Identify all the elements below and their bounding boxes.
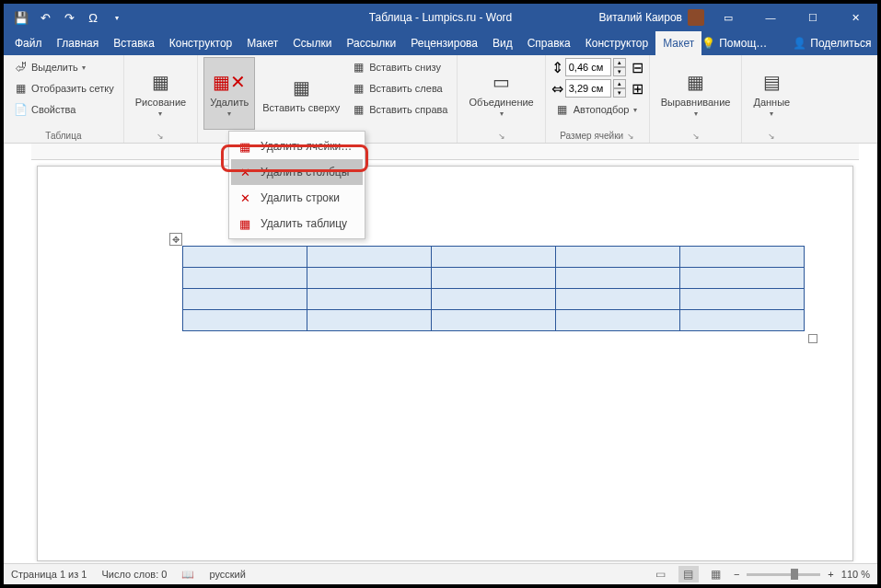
group-align-label: ↘ <box>655 130 736 143</box>
tab-review[interactable]: Рецензирова <box>403 31 485 55</box>
insert-above-button[interactable]: ▦Вставить сверху <box>257 57 345 130</box>
alignment-button[interactable]: ▦Выравнивание▾ <box>655 57 736 130</box>
table-move-handle-icon[interactable]: ✥ <box>169 233 182 246</box>
delete-rows-icon: ✕ <box>237 190 253 206</box>
tell-me-input[interactable]: Помощ… <box>719 37 767 50</box>
group-cell-size-label: Размер ячейки ↘ <box>551 129 643 143</box>
web-layout-icon[interactable]: ▦ <box>706 566 726 582</box>
language[interactable]: русский <box>209 569 245 580</box>
properties-button[interactable]: 📄Свойства <box>9 99 118 120</box>
table-row <box>183 310 805 331</box>
tab-mailings[interactable]: Рассылки <box>339 31 403 55</box>
tab-file[interactable]: Файл <box>7 31 50 55</box>
page[interactable]: ✥ <box>37 166 853 561</box>
share-icon: 👤 <box>793 37 806 50</box>
group-table-label: Таблица <box>9 129 118 143</box>
merge-button[interactable]: ▭Объединение▾ <box>463 57 539 130</box>
tab-table-design[interactable]: Конструктор <box>578 31 655 55</box>
dialog-launcher-icon[interactable]: ↘ <box>156 132 164 141</box>
tab-insert[interactable]: Вставка <box>106 31 162 55</box>
insert-left-button[interactable]: ▦Вставить слева <box>347 78 451 98</box>
status-bar: Страница 1 из 1 Число слов: 0 📖 русский … <box>4 563 877 584</box>
zoom-slider[interactable] <box>747 573 820 576</box>
col-width-input[interactable] <box>565 79 611 98</box>
read-mode-icon[interactable]: ▭ <box>651 566 671 582</box>
table-resize-handle-icon[interactable] <box>808 334 817 343</box>
tab-table-layout[interactable]: Макет <box>655 31 701 55</box>
distribute-cols-icon[interactable]: ⊞ <box>632 80 643 98</box>
delete-cells-item[interactable]: ▦Удалить ячейки… <box>231 133 363 159</box>
delete-columns-icon: ✕ <box>237 164 253 180</box>
delete-table-icon: ▦✕ <box>216 69 242 95</box>
qat-dropdown-icon[interactable]: ▾ <box>107 7 127 28</box>
print-layout-icon[interactable]: ▤ <box>678 566 699 582</box>
undo-icon[interactable]: ↶ <box>35 7 55 28</box>
zoom-in-icon[interactable]: + <box>828 569 833 580</box>
user-name[interactable]: Виталий Каиров <box>598 11 682 24</box>
group-cell-size: ⇕▴▾⊟ ⇔▴▾⊞ ▦Автоподбор ▾ Размер ячейки ↘ <box>546 55 650 143</box>
autofit-icon: ▦ <box>555 102 570 117</box>
delete-dropdown-menu: ▦Удалить ячейки… ✕Удалить столбцы ✕Удали… <box>228 131 365 239</box>
height-spinner[interactable]: ▴▾ <box>613 58 626 76</box>
redo-icon[interactable]: ↷ <box>59 7 79 28</box>
delete-cells-icon: ▦ <box>237 138 253 155</box>
spell-check-icon[interactable]: 📖 <box>181 569 194 581</box>
insert-right-button[interactable]: ▦Вставить справа <box>347 99 451 120</box>
save-icon[interactable]: 💾 <box>11 7 31 28</box>
horizontal-ruler[interactable] <box>31 144 859 160</box>
insert-below-icon: ▦ <box>351 60 365 75</box>
group-data: ▤Данные▾ ↘ <box>742 55 801 143</box>
insert-above-icon: ▦ <box>288 75 314 100</box>
pencil-table-icon: ▦ <box>147 69 173 95</box>
merge-icon: ▭ <box>489 69 515 95</box>
tab-design[interactable]: Конструктор <box>162 31 239 55</box>
close-icon[interactable]: ✕ <box>837 4 874 31</box>
width-spinner[interactable]: ▴▾ <box>613 79 626 98</box>
minimize-icon[interactable]: ― <box>752 4 789 31</box>
dialog-launcher-icon[interactable]: ↘ <box>692 132 700 141</box>
insert-left-icon: ▦ <box>351 81 365 96</box>
group-draw: ▦Рисование▾ ↘ <box>124 55 198 143</box>
delete-table-icon: ▦ <box>237 215 253 232</box>
delete-button[interactable]: ▦✕Удалить▾ <box>203 57 255 130</box>
document-title: Таблица - Lumpics.ru - Word <box>369 11 513 24</box>
ribbon-options-icon[interactable]: ▭ <box>710 4 747 31</box>
tab-references[interactable]: Ссылки <box>285 31 339 55</box>
draw-button[interactable]: ▦Рисование▾ <box>130 57 191 130</box>
document-area: ✥ <box>4 144 877 571</box>
tab-help[interactable]: Справка <box>520 31 578 55</box>
data-button[interactable]: ▤Данные▾ <box>748 57 795 130</box>
maximize-icon[interactable]: ☐ <box>794 4 831 31</box>
distribute-rows-icon[interactable]: ⊟ <box>632 59 643 76</box>
autofit-button[interactable]: ▦Автоподбор ▾ <box>551 99 643 120</box>
word-count[interactable]: Число слов: 0 <box>101 569 167 580</box>
dialog-launcher-icon[interactable]: ↘ <box>768 132 775 141</box>
document-table[interactable] <box>182 246 805 331</box>
delete-table-item[interactable]: ▦Удалить таблицу <box>231 211 363 236</box>
zoom-level[interactable]: 110 % <box>841 569 870 580</box>
title-bar: 💾 ↶ ↷ Ω ▾ Таблица - Lumpics.ru - Word Ви… <box>4 4 877 31</box>
group-table: ⮰Выделить ▾ ▦Отобразить сетку 📄Свойства … <box>4 55 124 143</box>
ribbon: ⮰Выделить ▾ ▦Отобразить сетку 📄Свойства … <box>4 55 877 144</box>
group-data-label: ↘ <box>748 130 795 143</box>
dialog-launcher-icon[interactable]: ↘ <box>627 132 634 141</box>
row-height-input[interactable] <box>565 58 611 76</box>
tell-me-bulb-icon: 💡 <box>701 37 715 50</box>
omega-icon[interactable]: Ω <box>83 7 103 28</box>
cursor-icon: ⮰ <box>13 60 28 75</box>
tab-home[interactable]: Главная <box>50 31 107 55</box>
select-button[interactable]: ⮰Выделить ▾ <box>9 57 118 77</box>
user-avatar-icon[interactable] <box>688 9 704 26</box>
delete-columns-item[interactable]: ✕Удалить столбцы <box>231 159 363 185</box>
tab-view[interactable]: Вид <box>485 31 520 55</box>
page-count[interactable]: Страница 1 из 1 <box>11 569 87 580</box>
dialog-launcher-icon[interactable]: ↘ <box>498 132 505 141</box>
insert-below-button[interactable]: ▦Вставить снизу <box>347 57 451 77</box>
view-gridlines-button[interactable]: ▦Отобразить сетку <box>9 78 118 98</box>
tab-layout[interactable]: Макет <box>239 31 285 55</box>
group-alignment: ▦Выравнивание▾ ↘ <box>650 55 743 143</box>
share-button[interactable]: Поделиться <box>810 37 871 50</box>
col-width-icon: ⇔ <box>551 80 563 98</box>
delete-rows-item[interactable]: ✕Удалить строки <box>231 185 363 211</box>
zoom-out-icon[interactable]: − <box>734 569 739 580</box>
